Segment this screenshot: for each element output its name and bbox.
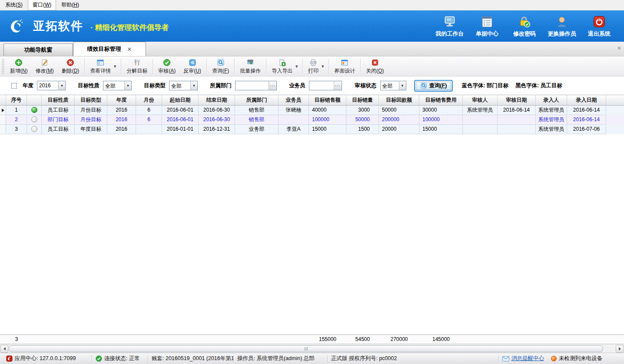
chevron-down-icon[interactable]: ▼ [190, 81, 197, 90]
column-header-year[interactable]: 年度 [107, 95, 136, 105]
tabstrip-close-icon[interactable]: ✕ [617, 45, 621, 51]
cell-create_date[interactable]: 2016-06-14 [567, 106, 606, 115]
cell-seq[interactable]: 1 [6, 106, 27, 115]
delete-button[interactable]: 删除(D) [58, 57, 83, 76]
cell-year[interactable]: 2016 [107, 106, 136, 115]
cell-type[interactable]: 月份目标 [75, 115, 107, 125]
message-center-link[interactable]: 消息提醒中心 [499, 355, 548, 362]
column-header-indicator[interactable] [0, 95, 6, 105]
column-header-creator[interactable]: 录入人 [536, 95, 567, 105]
column-header-auditor[interactable]: 审核人 [463, 95, 498, 105]
cell-auditor[interactable] [463, 125, 498, 134]
cell-seq[interactable]: 3 [6, 125, 27, 134]
cell-year[interactable]: 2016 [107, 115, 136, 125]
cell-dept[interactable]: 销售部 [235, 115, 279, 125]
toolbar-grip[interactable] [2, 59, 4, 74]
chevron-down-icon[interactable]: ▼ [58, 81, 65, 90]
cell-expense[interactable]: 15000 [419, 125, 463, 134]
cell-status[interactable] [27, 106, 42, 115]
view-details-button[interactable]: 查看详情 [86, 57, 115, 76]
menu-system[interactable]: 系统(S) [1, 0, 27, 10]
nav-document-center[interactable]: 单据中心 [468, 15, 506, 38]
details-dropdown-icon[interactable]: ▼ [113, 64, 117, 69]
cell-month[interactable]: 6 [136, 106, 162, 115]
edit-button[interactable]: 修改(M) [32, 57, 58, 76]
cell-salesman[interactable] [279, 115, 309, 125]
cell-indicator[interactable] [0, 106, 6, 115]
column-header-status[interactable] [27, 95, 42, 105]
table-row[interactable]: 3员工目标年度目标20162016-01-012016-12-31业务部李亚A1… [0, 125, 624, 134]
column-header-salesman[interactable]: 业务员 [279, 95, 309, 105]
tab-nav-window[interactable]: 功能导航窗 [3, 43, 73, 56]
column-header-nature[interactable]: 目标性质 [42, 95, 75, 105]
column-header-month[interactable]: 月份 [136, 95, 162, 105]
cell-dept[interactable]: 销售部 [235, 106, 279, 115]
print-button[interactable]: 打印 [304, 57, 322, 76]
cell-status[interactable] [27, 125, 42, 134]
ellipsis-icon[interactable]: ··· [334, 81, 342, 90]
horizontal-scrollbar[interactable] [0, 344, 624, 353]
year-checkbox[interactable] [11, 83, 17, 89]
query-button[interactable]: 查询(F) [208, 57, 233, 76]
audit-status-select[interactable]: 全部 ▼ [380, 81, 406, 90]
column-header-sales_qty[interactable]: 目标销量 [346, 95, 379, 105]
menu-help[interactable]: 帮助(H) [57, 0, 83, 10]
scroll-right-icon[interactable] [616, 345, 624, 353]
cell-seq[interactable]: 2 [6, 115, 27, 125]
cell-dept[interactable]: 业务部 [235, 125, 279, 134]
unapprove-button[interactable]: 反审(U) [179, 57, 205, 76]
cell-creator[interactable]: 系统管理员 [536, 115, 567, 125]
add-button[interactable]: 新增(N) [6, 57, 32, 76]
nav-my-workbench[interactable]: 我的工作台 [431, 15, 468, 38]
cell-end[interactable]: 2016-12-31 [199, 125, 235, 134]
column-header-audit_date[interactable]: 审核日期 [498, 95, 536, 105]
chevron-down-icon[interactable]: ▼ [399, 81, 406, 90]
cell-create_date[interactable]: 2016-07-06 [567, 125, 606, 134]
department-input[interactable] [236, 81, 269, 90]
filter-query-button[interactable]: 查询(F) [414, 80, 453, 92]
cell-sales_qty[interactable]: 1500 [346, 125, 379, 134]
cell-sales_qty[interactable]: 50000 [346, 115, 379, 125]
cell-month[interactable]: 6 [136, 115, 162, 125]
batch-operation-button[interactable]: 批量操作 [236, 57, 265, 76]
cell-salesman[interactable]: 张晓楠 [279, 106, 309, 115]
cell-indicator[interactable] [0, 125, 6, 134]
import-export-dropdown-icon[interactable]: ▼ [295, 64, 299, 69]
cell-receivable[interactable]: 200000 [379, 115, 419, 125]
cell-receivable[interactable]: 20000 [379, 125, 419, 134]
cell-month[interactable] [136, 125, 162, 134]
cell-start[interactable]: 2016-06-01 [162, 115, 199, 125]
cell-nature[interactable]: 员工目标 [42, 125, 75, 134]
cell-create_date[interactable]: 2016-06-14 [567, 115, 606, 125]
cell-creator[interactable]: 系统管理员 [536, 106, 567, 115]
chevron-down-icon[interactable]: ▼ [124, 81, 131, 90]
import-export-button[interactable]: 导入导出 [268, 57, 296, 76]
scroll-left-icon[interactable] [0, 345, 8, 353]
cell-audit_date[interactable]: 2016-06-14 [498, 106, 536, 115]
year-select[interactable]: 2016 ▼ [37, 81, 66, 90]
cell-end[interactable]: 2016-06-30 [199, 106, 235, 115]
cell-start[interactable]: 2016-01-01 [162, 125, 199, 134]
cell-year[interactable]: 2016 [107, 125, 136, 134]
nav-exit-system[interactable]: 退出系统 [581, 15, 618, 38]
cell-type[interactable]: 年度目标 [75, 125, 107, 134]
cell-salesman[interactable]: 李亚A [279, 125, 309, 134]
table-row[interactable]: 1员工目标月份目标201662016-06-012016-06-30销售部张晓楠… [0, 106, 624, 115]
cell-status[interactable] [27, 115, 42, 125]
table-row[interactable]: 2部门目标月份目标201662016-06-012016-06-30销售部100… [0, 115, 624, 125]
menu-window[interactable]: 窗口(W) [28, 0, 56, 10]
column-header-receivable[interactable]: 目标回款额 [379, 95, 419, 105]
scrollbar-thumb[interactable] [9, 345, 603, 352]
salesman-input[interactable] [309, 81, 334, 90]
column-header-seq[interactable]: 序号 [6, 95, 27, 105]
column-header-create_date[interactable]: 录入日期 [567, 95, 606, 105]
type-select[interactable]: 全部 ▼ [169, 81, 198, 90]
ellipsis-icon[interactable]: ··· [269, 81, 276, 90]
tab-close-icon[interactable]: ✕ [127, 46, 132, 53]
column-header-sales_amt[interactable]: 目标销售额 [309, 95, 346, 105]
cell-indicator[interactable] [0, 115, 6, 125]
close-button[interactable]: 关闭(Q) [362, 57, 388, 76]
cell-creator[interactable]: 系统管理员 [536, 125, 567, 134]
column-header-expense[interactable]: 目标销售费用 [419, 95, 463, 105]
ui-design-button[interactable]: 界面设计 [330, 57, 359, 76]
